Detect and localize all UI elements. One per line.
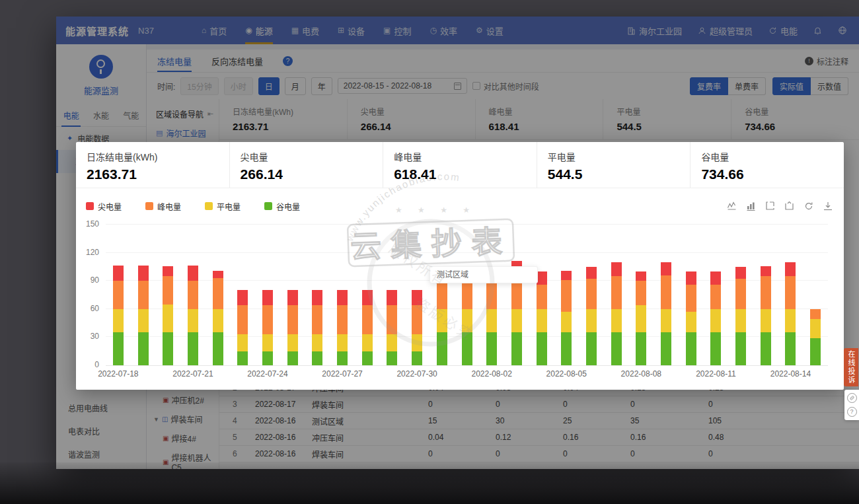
bar-2022-08-01[interactable] (462, 225, 472, 365)
bar-segment-谷电量 (710, 332, 721, 365)
bar-segment-尖电量 (710, 271, 721, 285)
legend-item-尖电量[interactable]: 尖电量 (86, 201, 122, 212)
restore-icon[interactable] (803, 201, 814, 211)
stat-value: 266.14 (241, 166, 383, 182)
bar-2022-07-29[interactable] (387, 225, 397, 365)
bar-2022-08-07[interactable] (611, 225, 622, 365)
bar-2022-07-21[interactable] (188, 225, 198, 365)
question-icon[interactable]: ? (847, 407, 857, 417)
bar-segment-峰电量 (810, 309, 821, 320)
legend-label: 尖电量 (98, 201, 122, 212)
bar-segment-尖电量 (337, 290, 348, 305)
bar-segment-平电量 (710, 309, 721, 333)
bar-segment-尖电量 (735, 267, 746, 279)
stat-value: 734.66 (701, 166, 844, 182)
bar-segment-尖电量 (785, 262, 796, 276)
legend-item-峰电量[interactable]: 峰电量 (145, 201, 181, 212)
bar-segment-平电量 (362, 334, 373, 351)
bar-segment-谷电量 (312, 351, 322, 365)
legend-swatch (86, 202, 94, 210)
download-icon[interactable] (823, 201, 833, 211)
bar-segment-峰电量 (213, 278, 223, 309)
stat-label: 尖电量 (241, 150, 383, 163)
y-axis-tick: 90 (81, 275, 99, 285)
bar-segment-谷电量 (362, 351, 373, 365)
bar-segment-峰电量 (113, 281, 124, 309)
stat-label: 谷电量 (701, 150, 844, 163)
bar-segment-平电量 (138, 309, 149, 333)
bar-2022-08-05[interactable] (561, 225, 572, 365)
bar-segment-峰电量 (761, 276, 771, 309)
bar-2022-08-03[interactable] (511, 225, 522, 365)
bar-2022-07-28[interactable] (362, 225, 373, 365)
bar-segment-峰电量 (661, 275, 671, 309)
legend-item-平电量[interactable]: 平电量 (205, 201, 241, 212)
bar-2022-07-24[interactable] (262, 225, 273, 365)
bar-segment-尖电量 (412, 290, 422, 305)
legend-swatch (145, 202, 153, 210)
bar-segment-谷电量 (810, 338, 821, 365)
bar-2022-08-11[interactable] (710, 225, 721, 365)
x-axis-tick: 2022-08-11 (689, 369, 742, 378)
x-axis-tick: 2022-08-05 (540, 369, 593, 378)
bar-segment-尖电量 (312, 290, 322, 305)
bar-segment-峰电量 (237, 305, 248, 334)
legend-item-谷电量[interactable]: 谷电量 (264, 201, 300, 212)
bar-segment-峰电量 (163, 276, 173, 305)
stat-平电量: 平电量544.5 (537, 142, 691, 188)
bar-segment-谷电量 (511, 332, 522, 365)
y-axis-tick: 150 (81, 219, 99, 229)
bar-segment-尖电量 (262, 290, 273, 305)
bar-2022-08-12[interactable] (735, 225, 746, 365)
bar-2022-08-04[interactable] (537, 225, 547, 365)
bar-2022-07-27[interactable] (337, 225, 348, 365)
bar-chart-icon[interactable] (746, 201, 757, 211)
bar-segment-谷电量 (163, 332, 173, 365)
bar-2022-07-22[interactable] (213, 225, 223, 365)
bar-2022-07-23[interactable] (237, 225, 248, 365)
chart-legend: 尖电量峰电量平电量谷电量 (86, 201, 300, 212)
x-axis-tick: 2022-07-21 (167, 369, 219, 378)
bar-segment-峰电量 (387, 305, 397, 334)
bar-segment-谷电量 (686, 332, 696, 365)
bar-segment-峰电量 (710, 285, 721, 309)
bar-segment-平电量 (113, 309, 124, 333)
bar-2022-08-02[interactable] (486, 225, 497, 365)
zoom-reset-icon[interactable] (784, 201, 795, 211)
bar-segment-平电量 (785, 309, 796, 333)
link-icon[interactable] (847, 393, 857, 403)
data-zoom-icon[interactable] (765, 201, 776, 211)
bar-2022-08-14[interactable] (785, 225, 796, 365)
bar-2022-08-15[interactable] (810, 225, 821, 365)
bar-segment-尖电量 (561, 271, 572, 280)
chart-plot-area[interactable]: 03060901201502022-07-182022-07-212022-07… (106, 225, 828, 365)
bar-2022-08-09[interactable] (661, 225, 671, 365)
line-chart-icon[interactable] (727, 201, 737, 211)
bar-2022-07-31[interactable] (437, 225, 447, 365)
bar-segment-平电量 (287, 334, 298, 351)
bar-2022-07-26[interactable] (312, 225, 322, 365)
bar-segment-谷电量 (761, 332, 771, 365)
bar-segment-峰电量 (636, 281, 646, 305)
online-complaint-button[interactable]: 在线投诉 (844, 348, 858, 386)
y-axis-tick: 30 (81, 332, 99, 341)
bar-2022-07-30[interactable] (412, 225, 422, 365)
bar-2022-07-18[interactable] (113, 225, 124, 365)
bar-segment-峰电量 (511, 280, 522, 309)
bar-segment-尖电量 (686, 271, 696, 285)
bar-2022-07-25[interactable] (287, 225, 298, 365)
bar-segment-峰电量 (337, 305, 348, 334)
bar-2022-08-06[interactable] (586, 225, 597, 365)
bar-2022-08-13[interactable] (761, 225, 771, 365)
y-axis-tick: 60 (81, 304, 99, 313)
bar-segment-谷电量 (611, 332, 622, 365)
bar-2022-08-10[interactable] (686, 225, 696, 365)
bar-2022-07-20[interactable] (163, 225, 173, 365)
bar-2022-07-19[interactable] (138, 225, 149, 365)
stat-value: 544.5 (548, 166, 691, 182)
bar-2022-08-08[interactable] (636, 225, 646, 365)
legend-swatch (205, 202, 213, 210)
bar-segment-峰电量 (262, 305, 273, 334)
bar-segment-谷电量 (113, 332, 124, 365)
bar-segment-尖电量 (611, 262, 622, 276)
